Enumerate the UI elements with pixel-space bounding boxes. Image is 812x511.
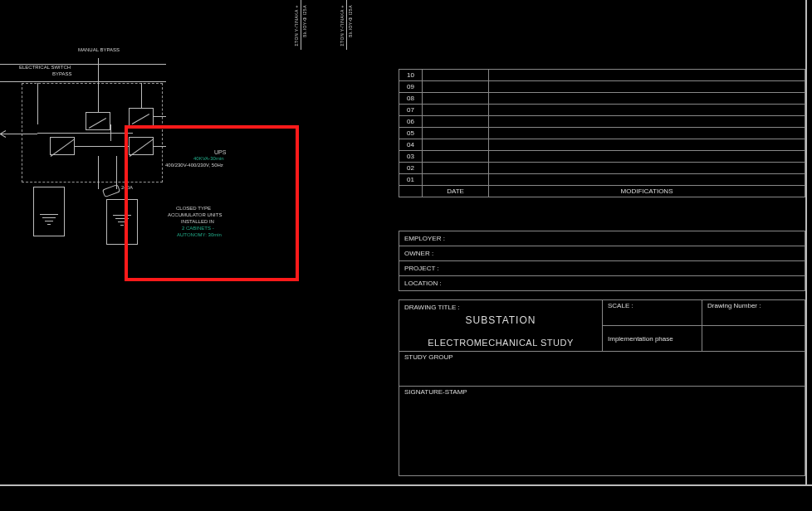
rectifier-1 — [50, 137, 75, 155]
wire — [141, 83, 142, 108]
label-manual-bypass: MANUAL BYPASS — [78, 47, 120, 52]
label-bypass: BYPASS — [52, 71, 72, 76]
rev-header-date: DATE — [423, 186, 489, 197]
revision-row: 10 — [399, 70, 805, 81]
label-electrical-switch: ELECTRICAL SWITCH — [19, 65, 71, 70]
vtext-1b: Βλ.ΙΟΥ-Φ Ι25Α — [302, 5, 307, 37]
vtext-2a: ΣΤΟΝ Υ-ΠΙΝΑΚΑ + — [340, 5, 345, 46]
revision-row: 09 — [399, 81, 805, 93]
revision-row: 06 — [399, 116, 805, 128]
wire — [346, 0, 347, 50]
wire — [110, 124, 111, 141]
revision-row: 01 — [399, 174, 805, 186]
highlight-rect — [125, 125, 299, 281]
drawing-title-label: DRAWING TITLE : — [404, 304, 597, 311]
revision-row: 07 — [399, 105, 805, 116]
drawing-title-1: SUBSTATION — [404, 314, 597, 326]
wire — [0, 134, 37, 134]
drawing-title-2: ELECTROMECHANICAL STUDY — [404, 338, 597, 348]
project-label: PROJECT : — [404, 265, 439, 272]
wire — [154, 116, 166, 117]
revision-row: 04 — [399, 139, 805, 151]
revision-row: 03 — [399, 151, 805, 163]
cad-canvas[interactable]: MANUAL BYPASS ELECTRICAL SWITCH BYPASS 2… — [0, 0, 812, 511]
drawing-number-label: Drawing Number : — [707, 302, 761, 309]
revision-row: 08 — [399, 93, 805, 105]
drawing-title-block: DRAWING TITLE : SUBSTATION ELECTROMECHAN… — [399, 299, 805, 476]
revision-row: 02 — [399, 163, 805, 174]
owner-label: OWNER : — [404, 250, 433, 257]
wire — [301, 0, 301, 50]
signature-label: SIGNATURE-STAMP — [404, 388, 467, 396]
fuse — [102, 184, 120, 197]
rev-header-mods: MODIFICATIONS — [489, 186, 805, 197]
wire — [37, 133, 133, 134]
study-group-label: STUDY GROUP — [404, 353, 453, 361]
location-label: LOCATION : — [404, 280, 442, 287]
wire — [37, 83, 38, 124]
wire — [98, 58, 99, 112]
switch-1 — [86, 112, 110, 130]
ground-1 — [40, 212, 58, 227]
vtext-1a: ΣΤΟΝ Υ-ΠΙΝΑΚΑ + — [294, 5, 299, 46]
vtext-2b: Βλ.ΙΟΥ-Φ Ι25Α — [348, 5, 353, 37]
wire — [98, 156, 99, 189]
employer-label: EMPLOYER : — [404, 235, 445, 242]
phase-cell: Implementation phase — [603, 326, 702, 352]
revision-row: 05 — [399, 128, 805, 139]
scale-label: SCALE : — [608, 302, 633, 309]
switch-2 — [129, 108, 154, 126]
wire — [0, 81, 166, 82]
wire — [75, 146, 129, 147]
revision-table: 10090807060504030201 DATE MODIFICATIONS — [399, 69, 805, 197]
info-table: EMPLOYER : OWNER : PROJECT : LOCATION : — [399, 231, 805, 291]
